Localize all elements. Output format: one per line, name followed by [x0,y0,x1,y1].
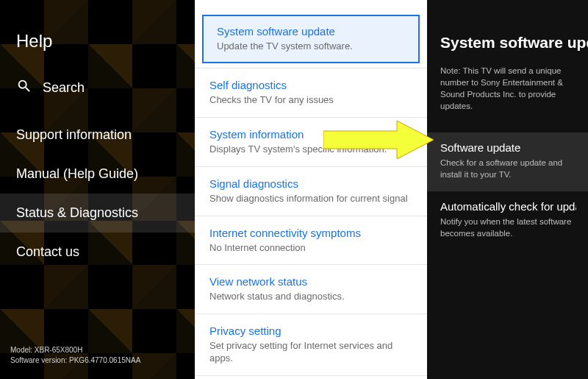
right-item-software-update[interactable]: Software update Check for a software upd… [427,132,588,191]
sidebar-item-status-diagnostics[interactable]: Status & Diagnostics [0,194,195,233]
diagnostics-list-panel: System software update Update the TV sys… [195,0,427,379]
list-item-title: Privacy setting [209,325,412,337]
list-item-privacy-setting[interactable]: Privacy setting Set privacy setting for … [195,314,427,375]
list-item-desc: Show diagnostics information for current… [209,193,412,205]
right-item-title: Automatically check for update [440,200,576,213]
search-label: Search [43,80,85,96]
list-item-desc: Network status and diagnostics. [209,291,412,303]
list-item-system-information[interactable]: System information Displays TV system's … [195,117,427,166]
list-item-self-diagnostics[interactable]: Self diagnostics Checks the TV for any i… [195,68,427,117]
list-item-desc: Displays TV system's specific informatio… [209,144,412,156]
list-item-signal-diagnostics[interactable]: Signal diagnostics Show diagnostics info… [195,166,427,216]
system-software-update-panel: System software update Note: This TV wil… [427,0,588,379]
list-item-internet-connectivity[interactable]: Internet connectivity symptoms No Intern… [195,216,427,265]
sidebar-item-manual[interactable]: Manual (Help Guide) [0,155,195,194]
right-item-title: Software update [440,141,576,154]
list-item-view-network-status[interactable]: View network status Network status and d… [195,264,427,314]
list-item-title: System software update [217,25,405,38]
help-sidebar: Help Search Support information Manual (… [0,0,195,379]
footer-model: Model: XBR-65X800H [10,345,184,355]
panel-note: Note: This TV will send a unique number … [427,65,588,132]
list-item-system-software-update[interactable]: System software update Update the TV sys… [202,15,420,63]
right-item-desc: Check for a software update and install … [440,157,576,180]
panel-title: System software update [427,34,588,65]
list-item-desc: Update the TV system software. [217,40,405,53]
sidebar-item-contact-us[interactable]: Contact us [0,233,195,272]
search-row[interactable]: Search [0,71,195,116]
list-item-picture-sound[interactable]: Picture/Sound symptoms Picture or Sound … [195,375,427,379]
sidebar-footer: Model: XBR-65X800H Software version: PKG… [0,345,195,379]
page-title: Help [0,31,195,71]
list-item-title: System information [209,128,412,141]
sidebar-item-support-information[interactable]: Support information [0,116,195,155]
list-item-title: View network status [209,275,412,288]
right-item-auto-check-update[interactable]: Automatically check for update Notify yo… [427,191,588,249]
list-item-desc: Checks the TV for any issues [209,94,412,107]
right-item-desc: Notify you when the latest software beco… [440,216,576,239]
footer-software-version: Software version: PKG6.4770.0615NAA [10,355,184,366]
list-item-title: Internet connectivity symptoms [209,227,412,239]
list-item-title: Signal diagnostics [209,177,412,190]
list-item-desc: No Internet connection [209,242,412,255]
list-item-title: Self diagnostics [209,79,412,91]
list-item-desc: Set privacy setting for Internet service… [209,340,412,365]
search-icon [16,78,32,98]
